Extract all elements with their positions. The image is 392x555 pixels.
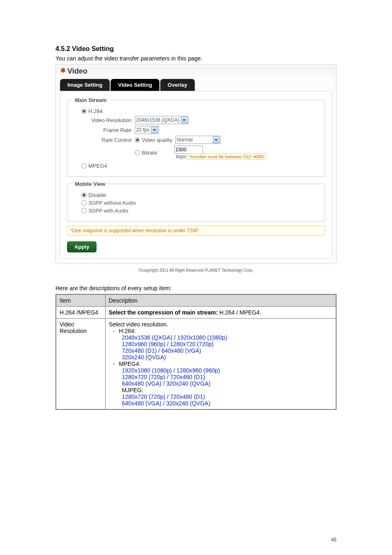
radio-h264-label: H.264 <box>88 108 103 114</box>
radio-3gpp-no-audio-label: 3GPP without Audio <box>88 200 136 206</box>
res-line: 1920x1080 (1080p) / 1280x960 (960p) <box>122 367 333 374</box>
cell-desc-line: Select video resolution. <box>109 321 333 328</box>
frame-rate-select[interactable]: 20 fps <box>135 126 159 134</box>
res-line: 1280x720 (720p) / 720x480 (D1) <box>122 374 333 380</box>
desc-intro: Here are the descriptions of every setup… <box>55 285 337 291</box>
video-panel: Video Image Setting Video Setting Overla… <box>55 64 337 264</box>
tab-video-setting[interactable]: Video Setting <box>111 79 159 91</box>
radio-dot-icon <box>135 150 140 155</box>
video-resolution-label: Video Resolution <box>73 117 135 123</box>
res-line: 720x480 (D1) / 640x480 (VGA) <box>122 347 333 354</box>
bitrate-range-note: *number must be between 512~4000. <box>188 153 267 160</box>
cell-item: H.264 /MPEG4 <box>56 307 105 319</box>
kbps-label: kbps <box>176 154 186 160</box>
video-quality-value: Normal <box>177 137 211 143</box>
tab-overlay[interactable]: Overlay <box>160 79 195 91</box>
tab-image-setting[interactable]: Image Setting <box>60 79 110 91</box>
table-row: H.264 /MPEG4 Select the compression of m… <box>56 307 336 319</box>
cell-item-line2: Resolution <box>60 328 102 334</box>
res-line: 320x240 (QVGA) <box>122 354 333 361</box>
radio-mpeg4-label: MPEG4 <box>88 163 107 169</box>
bitrate-input[interactable] <box>174 146 203 154</box>
radio-video-quality[interactable]: Video quality <box>135 137 172 143</box>
tabs: Image Setting Video Setting Overlay <box>60 79 332 91</box>
res-line: 1280x720 (720p) / 720x480 (D1) <box>122 393 333 400</box>
res-line: MJPEG: <box>122 387 333 393</box>
th-description: Description <box>105 294 336 307</box>
radio-h264[interactable]: H.264 <box>81 108 103 114</box>
video-resolution-value: 2048x1536 (QXGA) <box>136 117 179 123</box>
radio-dot-icon <box>81 200 87 206</box>
apply-button[interactable]: Apply <box>67 241 97 252</box>
radio-disable[interactable]: Disable <box>81 192 106 198</box>
cell-item-line1: Video <box>60 321 102 328</box>
section-intro: You can adjust the video transfer parame… <box>55 55 337 62</box>
main-stream-group: Main Stream H.264 Video Resolution 2048x… <box>67 97 325 177</box>
res-line: 640x480 (VGA) / 320x240 (QVGA) <box>122 400 333 407</box>
res-line: 2048x1536 (QXGA) / 1920x1080 (1080p) <box>122 334 333 341</box>
th-item: Item <box>56 294 105 307</box>
frame-rate-label: Frame Rate <box>73 127 135 133</box>
page-number: 45 <box>331 537 337 543</box>
video-resolution-select[interactable]: 2048x1536 (QXGA) <box>135 116 189 124</box>
video-header: Video <box>56 65 336 76</box>
cell-desc-bold: Select the compression of main stream: <box>109 309 219 316</box>
section-heading: 4.5.2 Video Setting <box>55 45 337 53</box>
cell-desc: Select the compression of main stream: H… <box>105 307 336 319</box>
radio-disable-label: Disable <box>88 192 106 198</box>
cell-desc: Select video resolution. H.264: 2048x153… <box>105 319 336 410</box>
cell-desc-rest: H.264 / MPEG4. <box>219 309 261 316</box>
radio-dot-icon <box>81 163 87 169</box>
bitrate-label: Bitrate <box>142 150 157 156</box>
chevron-down-icon <box>213 136 219 143</box>
panel-body: Main Stream H.264 Video Resolution 2048x… <box>60 91 332 259</box>
radio-dot-icon <box>81 192 87 198</box>
video-quality-label: Video quality <box>142 137 172 143</box>
bullet-mpeg4: MPEG4: <box>113 361 333 367</box>
frame-rate-value: 20 fps <box>136 127 150 133</box>
video-quality-select[interactable]: Normal <box>175 136 221 144</box>
mobile-view-legend: Mobile View <box>73 181 107 187</box>
description-table: Item Description H.264 /MPEG4 Select the… <box>55 294 337 410</box>
main-stream-legend: Main Stream <box>73 97 108 103</box>
bullet-h264: H.264: <box>113 328 333 334</box>
rate-control-label: Rate Control <box>73 137 135 143</box>
radio-mpeg4[interactable]: MPEG4 <box>81 163 107 169</box>
cell-item: Video Resolution <box>56 319 105 410</box>
radio-3gpp-audio[interactable]: 3GPP with Audio <box>81 208 128 214</box>
chevron-down-icon <box>151 127 158 133</box>
chevron-down-icon <box>181 117 187 123</box>
cog-icon <box>59 67 66 76</box>
radio-dot-icon <box>81 208 87 213</box>
radio-dot-icon <box>135 137 140 143</box>
video-header-text: Video <box>67 67 88 76</box>
table-row: Video Resolution Select video resolution… <box>56 319 336 410</box>
radio-dot-icon <box>81 109 87 114</box>
radio-3gpp-audio-label: 3GPP with Audio <box>88 208 128 214</box>
mobile-view-group: Mobile View Disable 3GPP without Audio 3… <box>67 181 325 222</box>
radio-3gpp-no-audio[interactable]: 3GPP without Audio <box>81 200 136 206</box>
res-line: 1280x960 (960p) / 1280x720 (720p) <box>122 341 333 347</box>
radio-bitrate[interactable]: Bitrate <box>135 150 174 156</box>
snapshot-note: *One snapshot is supported when resoluti… <box>67 226 325 236</box>
copyright-text: ©copyright 2011 All Right Reserved PLANE… <box>55 268 337 273</box>
res-line: 640x480 (VGA) / 320x240 (QVGA) <box>122 380 333 387</box>
